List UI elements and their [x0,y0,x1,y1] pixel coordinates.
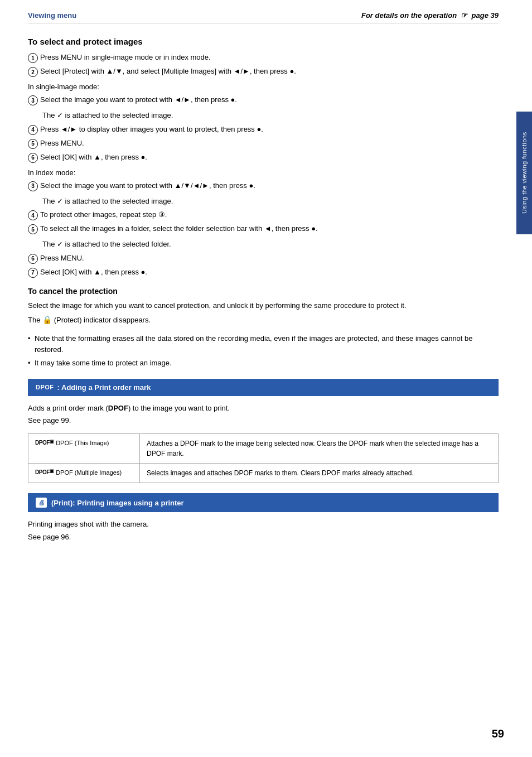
step-text: Select [OK] with ▲, then press ●. [40,152,499,163]
step-number: 6 [28,254,38,264]
print-body2: See page 96. [28,532,499,543]
dpof-mark-inline: DPOF [108,404,128,412]
dpof-body1: Adds a print order mark (DPOF) to the im… [28,403,499,414]
select-protect-title: To select and protect images [28,37,499,46]
step-text: Press ◄/► to display other images you wa… [40,124,499,135]
list-item: 3 Select the image you want to protect w… [28,94,499,105]
table-row: DPOF▣ DPOF (Multiple Images) Selects ima… [28,464,498,483]
step-text: Select the image you want to protect wit… [40,180,499,191]
step-text: Press MENU in single-image mode or in in… [40,52,499,63]
step-number: 3 [28,95,38,105]
table-cell-left: DPOF▣ DPOF (Multiple Images) [28,464,140,483]
header-page-ref: For details on the operation ☞ page 39 [361,11,499,20]
list-item: 7 Select [OK] with ▲, then press ●. [28,267,499,278]
step-number: 5 [28,139,38,149]
index-mode-label: In index mode: [28,168,499,177]
list-item: It may take some time to protect an imag… [28,358,499,369]
list-item: 1 Press MENU in single-image mode or in … [28,52,499,63]
step-number: 5 [28,224,38,234]
table-row: DPOF▣ DPOF (This Image) Attaches a DPOF … [28,434,498,464]
header-section-label: Viewing menu [28,11,76,20]
list-item: Note that the formatting erases all the … [28,333,499,355]
step-number: 3 [28,181,38,191]
list-item: 6 Press MENU. [28,253,499,264]
side-tab-label: Using the viewing functions [516,112,532,234]
print-section-header: 🖨 (Print): Printing images using a print… [28,493,499,512]
index-steps-end: 6 Press MENU. 7 Select [OK] with ▲, then… [28,253,499,278]
step-text: Press MENU. [40,138,499,149]
index-steps: 3 Select the image you want to protect w… [28,180,499,191]
notes-list: Note that the formatting erases all the … [28,333,499,369]
print-section-title: (Print): Printing images using a printer [51,499,184,507]
step-text: To protect other images, repeat step ③. [40,209,499,220]
cancel-protection-body: Select the image for which you want to c… [28,300,499,312]
step-number: 4 [28,210,38,220]
list-item: 3 Select the image you want to protect w… [28,180,499,191]
table-cell-right: Selects images and attaches DPOF marks t… [140,464,498,483]
print-body1: Printing images shot with the camera. [28,519,499,531]
index-steps-cont: 4 To protect other images, repeat step ③… [28,209,499,234]
table-cell-left: DPOF▣ DPOF (This Image) [28,434,140,463]
print-icon: 🖨 [36,498,47,508]
list-item: 6 Select [OK] with ▲, then press ●. [28,152,499,163]
dpof-section-title: : Adding a Print order mark [57,383,151,392]
cancel-protection-indicator: The 🔒 (Protect) indicator disappears. [28,314,499,326]
step-number: 1 [28,53,38,63]
step-text: Select [OK] with ▲, then press ●. [40,267,499,278]
step-text: Press MENU. [40,253,499,264]
step-text: To select all the images in a folder, se… [40,223,499,234]
sub-text-3i: The ✓ is attached to the selected image. [42,196,499,207]
step-number: 7 [28,268,38,278]
step-text: Select [Protect] with ▲/▼, and select [M… [40,66,499,77]
single-image-steps: 3 Select the image you want to protect w… [28,94,499,105]
step-number: 6 [28,153,38,163]
list-item: 4 Press ◄/► to display other images you … [28,124,499,135]
page-header: Viewing menu For details on the operatio… [28,11,499,23]
single-image-mode-label: In single-image mode: [28,83,499,91]
table-cell-right: Attaches a DPOF mark to the image being … [140,434,498,463]
dpof-label: DPOF [36,384,54,390]
dpof-body2: See page 99. [28,415,499,427]
cancel-protection-title: To cancel the protection [28,287,499,296]
step-number: 2 [28,67,38,77]
list-item: 5 Press MENU. [28,138,499,149]
sub-text-3s: The ✓ is attached to the selected image. [42,110,499,121]
step-text: Select the image you want to protect wit… [40,94,499,105]
list-item: 2 Select [Protect] with ▲/▼, and select … [28,66,499,77]
list-item: 4 To protect other images, repeat step ③… [28,209,499,220]
dpof-section-header: DPOF : Adding a Print order mark [28,379,499,396]
step-number: 4 [28,125,38,135]
sub-text-5i: The ✓ is attached to the selected folder… [42,239,499,250]
single-image-steps-cont: 4 Press ◄/► to display other images you … [28,124,499,163]
list-item: 5 To select all the images in a folder, … [28,223,499,234]
page-number: 59 [492,727,504,740]
initial-steps: 1 Press MENU in single-image mode or in … [28,52,499,77]
dpof-table: DPOF▣ DPOF (This Image) Attaches a DPOF … [28,433,499,483]
